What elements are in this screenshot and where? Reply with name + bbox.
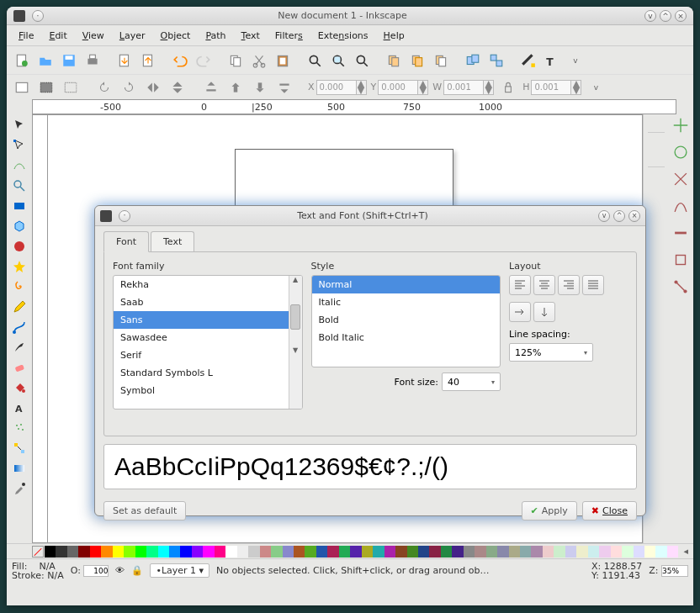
style-item[interactable]: Bold bbox=[312, 311, 501, 329]
style-item[interactable]: Normal bbox=[312, 276, 501, 293]
paste-button[interactable] bbox=[272, 50, 294, 71]
color-swatch[interactable] bbox=[599, 546, 610, 558]
lock-aspect-button[interactable] bbox=[497, 77, 519, 98]
color-swatch[interactable] bbox=[248, 546, 259, 558]
lock-toggle[interactable]: 🔒 bbox=[131, 565, 143, 576]
bezier-tool[interactable] bbox=[10, 318, 29, 336]
color-swatch[interactable] bbox=[316, 546, 327, 558]
color-swatch[interactable] bbox=[237, 546, 248, 558]
font-item[interactable]: Rekha bbox=[114, 276, 289, 293]
snap-2[interactable] bbox=[671, 143, 690, 161]
text-tool-button[interactable]: T bbox=[541, 50, 563, 71]
flip-h-button[interactable] bbox=[142, 77, 164, 98]
color-swatch[interactable] bbox=[464, 546, 475, 558]
color-swatch[interactable] bbox=[475, 546, 485, 558]
color-swatch[interactable] bbox=[373, 546, 384, 558]
menu-extensions[interactable]: Extensions bbox=[311, 28, 375, 44]
copy-button[interactable] bbox=[225, 50, 247, 71]
lower-bottom-button[interactable] bbox=[273, 77, 295, 98]
menu-view[interactable]: View bbox=[76, 28, 111, 44]
color-swatch[interactable] bbox=[169, 546, 180, 558]
duplicate-button[interactable] bbox=[383, 50, 405, 71]
color-swatch[interactable] bbox=[225, 546, 236, 558]
ruler-horizontal[interactable]: -500 0 |250 500 750 1000 bbox=[32, 99, 676, 114]
color-swatch[interactable] bbox=[407, 546, 418, 558]
rotate-cw-button[interactable] bbox=[118, 77, 140, 98]
fill-stroke-button[interactable] bbox=[517, 50, 539, 71]
rotate-ccw-button[interactable] bbox=[93, 77, 115, 98]
color-swatch[interactable] bbox=[67, 546, 78, 558]
zoom-fit-button[interactable] bbox=[304, 50, 326, 71]
import-button[interactable] bbox=[114, 50, 135, 71]
color-swatch[interactable] bbox=[56, 546, 66, 558]
node-tool[interactable] bbox=[10, 136, 29, 155]
color-swatch[interactable] bbox=[452, 546, 463, 558]
style-item[interactable]: Bold Italic bbox=[312, 329, 501, 346]
line-spacing-combo[interactable]: 125%▾ bbox=[509, 343, 593, 362]
rect-tool[interactable] bbox=[10, 197, 29, 215]
ruler-vertical[interactable] bbox=[33, 115, 48, 542]
snap-5[interactable] bbox=[671, 224, 690, 242]
color-swatch[interactable] bbox=[327, 546, 338, 558]
star-tool[interactable] bbox=[10, 257, 29, 276]
color-swatch[interactable] bbox=[113, 546, 124, 558]
ungroup-button[interactable] bbox=[485, 50, 507, 71]
unlink-clone-button[interactable] bbox=[430, 50, 452, 71]
menu-filters[interactable]: Filters bbox=[268, 28, 310, 44]
apply-button[interactable]: ✔Apply bbox=[522, 501, 577, 521]
color-swatch[interactable] bbox=[554, 546, 565, 558]
spiral-tool[interactable] bbox=[10, 277, 29, 296]
set-default-button[interactable]: Set as default bbox=[103, 501, 186, 521]
zoom-tool[interactable] bbox=[10, 177, 29, 195]
palette-menu-icon[interactable]: ◂ bbox=[678, 546, 693, 557]
color-swatch[interactable] bbox=[655, 546, 666, 558]
color-swatch[interactable] bbox=[395, 546, 406, 558]
snap-1[interactable] bbox=[671, 116, 690, 135]
color-swatch[interactable] bbox=[611, 546, 622, 558]
color-swatch[interactable] bbox=[565, 546, 576, 558]
layer-selector[interactable]: •Layer 1 ▾ bbox=[150, 563, 209, 578]
color-swatch[interactable] bbox=[215, 546, 225, 558]
color-swatch[interactable] bbox=[588, 546, 599, 558]
flip-v-button[interactable] bbox=[167, 77, 188, 98]
font-item[interactable]: Symbol bbox=[114, 382, 289, 399]
close-button[interactable]: ✖Close bbox=[582, 501, 637, 521]
eraser-tool[interactable] bbox=[10, 358, 29, 377]
color-swatch[interactable] bbox=[441, 546, 452, 558]
gradient-tool[interactable] bbox=[10, 459, 29, 478]
select-all-layers-button[interactable] bbox=[11, 77, 33, 98]
titlebar[interactable]: · New document 1 - Inkscape v ^ × bbox=[7, 7, 693, 25]
3dbox-tool[interactable] bbox=[10, 217, 29, 235]
group-button[interactable] bbox=[462, 50, 484, 71]
fill-stroke-indicator[interactable]: Fill: N/A Stroke: N/A bbox=[12, 562, 64, 580]
color-swatch[interactable] bbox=[350, 546, 361, 558]
pencil-tool[interactable] bbox=[10, 298, 29, 316]
color-swatch[interactable] bbox=[497, 546, 508, 558]
color-swatch[interactable] bbox=[180, 546, 191, 558]
color-swatch[interactable] bbox=[305, 546, 316, 558]
color-swatch[interactable] bbox=[520, 546, 531, 558]
new-button[interactable] bbox=[11, 50, 33, 71]
color-swatch[interactable] bbox=[509, 546, 520, 558]
color-swatch[interactable] bbox=[78, 546, 89, 558]
color-swatch[interactable] bbox=[644, 546, 655, 558]
tweak-tool[interactable] bbox=[10, 156, 29, 175]
color-swatch[interactable] bbox=[45, 546, 56, 558]
color-swatch[interactable] bbox=[260, 546, 271, 558]
selector-tool[interactable] bbox=[10, 116, 29, 135]
color-swatch[interactable] bbox=[486, 546, 497, 558]
zoom-drawing-button[interactable] bbox=[327, 50, 349, 71]
open-button[interactable] bbox=[34, 50, 56, 71]
x-spinner[interactable]: X▲▼ bbox=[308, 80, 367, 95]
visibility-toggle[interactable]: 👁 bbox=[115, 565, 125, 576]
menu-object[interactable]: Object bbox=[154, 28, 198, 44]
select-all-button[interactable] bbox=[35, 77, 57, 98]
h-spinner[interactable]: H▲▼ bbox=[522, 80, 581, 95]
color-swatch[interactable] bbox=[192, 546, 203, 558]
color-swatch[interactable] bbox=[294, 546, 305, 558]
menu-layer[interactable]: Layer bbox=[113, 28, 152, 44]
text-tool[interactable]: A bbox=[10, 399, 29, 417]
align-right-button[interactable] bbox=[558, 275, 580, 295]
snap-7[interactable] bbox=[671, 277, 690, 296]
redo-button[interactable] bbox=[193, 50, 215, 71]
